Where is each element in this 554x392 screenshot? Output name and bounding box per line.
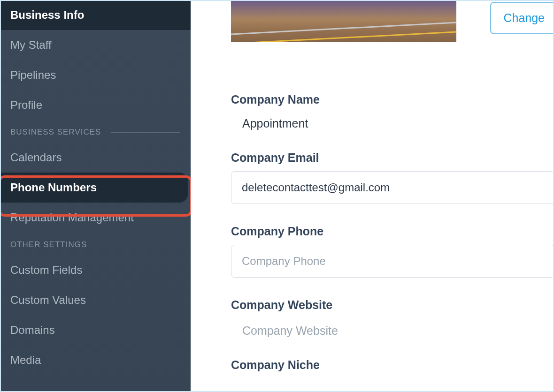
cover-image	[231, 0, 456, 42]
field-company-phone: Company Phone	[231, 225, 554, 278]
sidebar-item-pipelines[interactable]: Pipelines	[0, 60, 191, 90]
field-label: Company Name	[231, 93, 554, 106]
field-company-website: Company Website Company Website	[231, 298, 554, 338]
field-company-email: Company Email	[231, 151, 554, 204]
change-button[interactable]: Change	[490, 2, 554, 34]
sidebar-item-business-info[interactable]: Business Info	[0, 0, 191, 30]
field-label: Company Phone	[231, 225, 554, 238]
field-label: Company Email	[231, 151, 554, 165]
business-info-form: Company Name Appointment Company Email C…	[231, 93, 554, 372]
field-company-niche: Company Niche	[231, 358, 554, 372]
company-name-value[interactable]: Appointment	[231, 113, 554, 130]
field-company-name: Company Name Appointment	[231, 93, 554, 130]
sidebar-item-media[interactable]: Media	[0, 345, 191, 375]
settings-sidebar: Business Info My Staff Pipelines Profile…	[0, 0, 191, 392]
sidebar-item-custom-fields[interactable]: Custom Fields	[0, 255, 191, 285]
sidebar-item-phone-numbers[interactable]: Phone Numbers	[0, 173, 188, 203]
sidebar-section-label: OTHER SETTINGS	[10, 240, 87, 249]
sidebar-section-business-services: BUSINESS SERVICES	[0, 120, 191, 143]
sidebar-item-domains[interactable]: Domains	[0, 315, 191, 345]
divider	[111, 132, 180, 133]
main-content: Change Company Name Appointment Company …	[191, 0, 554, 392]
sidebar-section-other-settings: OTHER SETTINGS	[0, 233, 191, 255]
field-label: Company Website	[231, 298, 554, 312]
company-website-value[interactable]: Company Website	[231, 318, 554, 338]
company-phone-input[interactable]	[231, 245, 554, 278]
sidebar-item-custom-values[interactable]: Custom Values	[0, 285, 191, 315]
field-label: Company Niche	[231, 358, 554, 372]
divider	[97, 245, 180, 245]
sidebar-item-calendars[interactable]: Calendars	[0, 143, 191, 173]
sidebar-item-profile[interactable]: Profile	[0, 90, 191, 120]
sidebar-item-my-staff[interactable]: My Staff	[0, 30, 191, 60]
sidebar-section-label: BUSINESS SERVICES	[10, 128, 101, 137]
sidebar-item-reputation-management[interactable]: Reputation Management	[0, 203, 191, 233]
company-email-input[interactable]	[231, 171, 554, 204]
